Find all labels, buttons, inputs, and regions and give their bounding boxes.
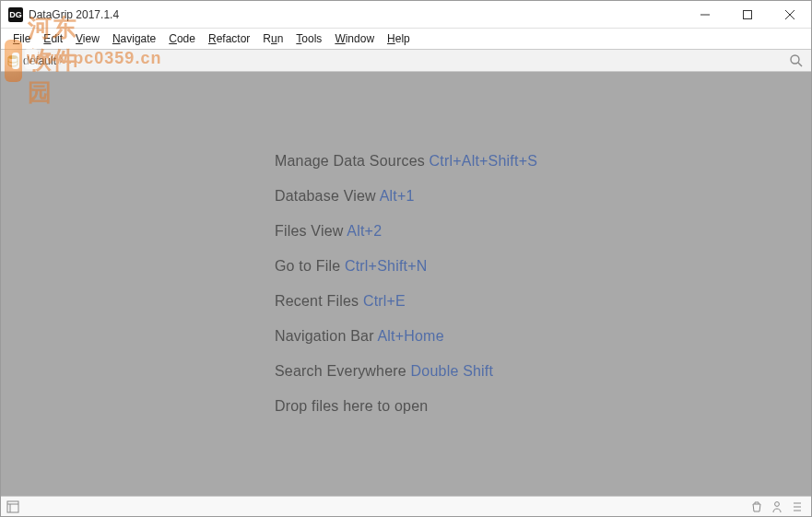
- svg-line-6: [798, 63, 802, 66]
- tip-go-to-file: Go to File Ctrl+Shift+N: [275, 258, 537, 275]
- menu-file[interactable]: File: [6, 30, 37, 47]
- minimize-button[interactable]: [684, 1, 726, 28]
- chevron-right-icon: 〉: [58, 53, 69, 68]
- tip-navigation-bar: Navigation Bar Alt+Home: [275, 328, 537, 345]
- tip-label: Database View: [275, 188, 380, 204]
- tip-shortcut: Ctrl+Alt+Shift+S: [430, 153, 537, 169]
- close-icon: [785, 10, 794, 19]
- window-controls: [684, 1, 811, 28]
- editor-empty-state[interactable]: Manage Data Sources Ctrl+Alt+Shift+S Dat…: [1, 72, 811, 496]
- tip-shortcut: Ctrl+E: [363, 293, 406, 309]
- maximize-icon: [743, 10, 752, 19]
- breadcrumb-item[interactable]: default: [23, 54, 56, 67]
- menu-help[interactable]: Help: [381, 30, 417, 47]
- tool-windows-icon[interactable]: [6, 500, 19, 513]
- minimize-icon: [700, 10, 710, 19]
- menu-tools[interactable]: Tools: [289, 30, 328, 47]
- tip-shortcut: Double Shift: [411, 363, 494, 379]
- tip-files-view: Files View Alt+2: [275, 223, 537, 240]
- app-window: 河东软件园 www.pc0359.cn DG DataGrip 2017.1.4…: [0, 0, 812, 517]
- tip-label: Search Everywhere: [275, 363, 411, 379]
- tip-label: Manage Data Sources: [275, 153, 430, 169]
- svg-point-10: [775, 501, 780, 506]
- status-bar: [1, 496, 811, 516]
- menu-edit[interactable]: Edit: [37, 30, 69, 47]
- svg-point-4: [8, 55, 18, 59]
- window-title: DataGrip 2017.1.4: [29, 8, 119, 21]
- tip-label: Go to File: [275, 258, 345, 274]
- tips-list: Manage Data Sources Ctrl+Alt+Shift+S Dat…: [275, 135, 537, 433]
- tip-manage-data-sources: Manage Data Sources Ctrl+Alt+Shift+S: [275, 153, 537, 170]
- tip-label: Recent Files: [275, 293, 363, 309]
- menu-navigate[interactable]: Navigate: [106, 30, 162, 47]
- svg-rect-7: [7, 501, 18, 512]
- tip-label: Navigation Bar: [275, 328, 378, 344]
- tip-recent-files: Recent Files Ctrl+E: [275, 293, 537, 310]
- trash-icon[interactable]: [750, 500, 763, 513]
- svg-rect-1: [744, 10, 752, 18]
- app-icon: DG: [8, 7, 23, 22]
- tip-search-everywhere: Search Everywhere Double Shift: [275, 363, 537, 380]
- tip-shortcut: Alt+1: [380, 188, 415, 204]
- svg-point-5: [791, 55, 799, 64]
- tip-shortcut: Alt+2: [347, 223, 382, 239]
- menu-bar: File Edit View Navigate Code Refactor Ru…: [1, 29, 811, 50]
- navigation-bar[interactable]: default 〉: [1, 50, 811, 72]
- goto-line-icon[interactable]: [791, 500, 804, 513]
- tip-shortcut: Alt+Home: [377, 328, 443, 344]
- close-button[interactable]: [769, 1, 811, 28]
- search-icon[interactable]: [789, 53, 804, 68]
- menu-window[interactable]: Window: [328, 30, 381, 47]
- title-bar: DG DataGrip 2017.1.4: [1, 1, 811, 29]
- menu-refactor[interactable]: Refactor: [202, 30, 256, 47]
- menu-code[interactable]: Code: [162, 30, 202, 47]
- database-icon: [6, 54, 19, 67]
- tip-database-view: Database View Alt+1: [275, 188, 537, 205]
- tip-label: Drop files here to open: [275, 398, 428, 414]
- menu-view[interactable]: View: [69, 30, 106, 47]
- hector-icon[interactable]: [771, 500, 783, 513]
- tip-label: Files View: [275, 223, 347, 239]
- tip-drop-files: Drop files here to open: [275, 398, 537, 415]
- menu-run[interactable]: Run: [256, 30, 289, 47]
- maximize-button[interactable]: [726, 1, 769, 28]
- tip-shortcut: Ctrl+Shift+N: [345, 258, 428, 274]
